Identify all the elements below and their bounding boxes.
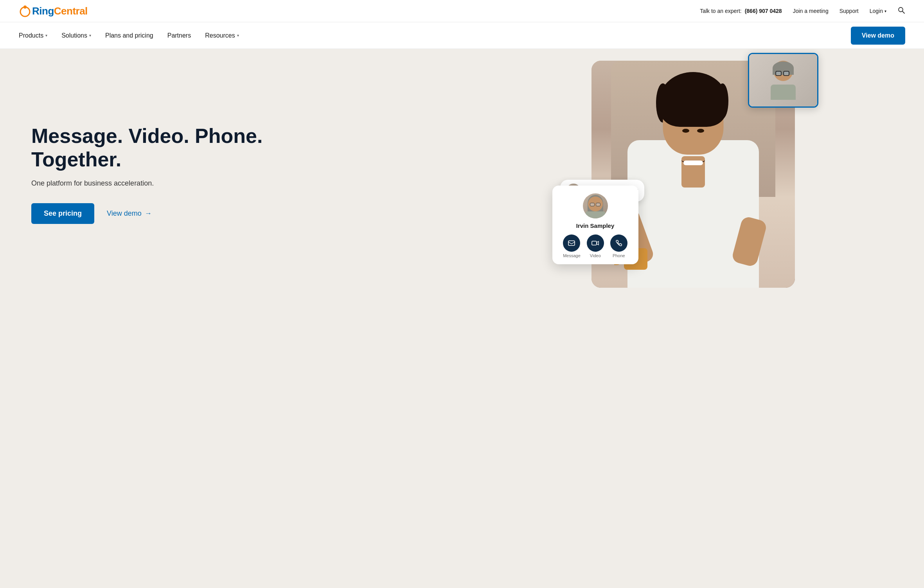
svg-rect-5 bbox=[592, 241, 597, 245]
contact-message-button[interactable] bbox=[563, 234, 580, 252]
logo-central-text: Central bbox=[54, 5, 88, 17]
hero-main-photo: Let's kick this project off Irvin S bbox=[591, 61, 795, 288]
contact-video-button[interactable] bbox=[587, 234, 604, 252]
products-chevron-icon: ▾ bbox=[45, 33, 47, 38]
search-icon[interactable] bbox=[897, 6, 905, 16]
contact-card-avatar bbox=[583, 193, 608, 218]
nav-plans-pricing[interactable]: Plans and pricing bbox=[105, 29, 153, 42]
hero-right: Let's kick this project off Irvin S bbox=[462, 49, 924, 299]
svg-point-1 bbox=[23, 5, 27, 9]
svg-point-2 bbox=[899, 7, 903, 12]
pip-person-figure bbox=[768, 61, 799, 100]
pip-inner bbox=[749, 54, 817, 106]
pip-video-window bbox=[748, 53, 818, 108]
nav-solutions[interactable]: Solutions ▾ bbox=[61, 29, 91, 42]
hero-subtitle: One platform for business acceleration. bbox=[31, 179, 439, 188]
support-link[interactable]: Support bbox=[840, 8, 859, 14]
top-bar: RingCentral Talk to an expert: (866) 907… bbox=[0, 0, 924, 22]
svg-rect-4 bbox=[568, 241, 575, 245]
see-pricing-button[interactable]: See pricing bbox=[31, 203, 94, 224]
logo[interactable]: RingCentral bbox=[19, 5, 88, 17]
nav-bar: Products ▾ Solutions ▾ Plans and pricing… bbox=[0, 22, 924, 49]
contact-message-action: Message bbox=[563, 234, 581, 258]
resources-chevron-icon: ▾ bbox=[237, 33, 239, 38]
hero-section: Message. Video. Phone. Together. One pla… bbox=[0, 49, 924, 299]
chevron-down-icon: ▾ bbox=[884, 9, 886, 13]
nav-view-demo-button[interactable]: View demo bbox=[851, 27, 905, 45]
hero-left: Message. Video. Phone. Together. One pla… bbox=[0, 49, 462, 299]
contact-card-name: Irvin Sampley bbox=[562, 222, 629, 229]
solutions-chevron-icon: ▾ bbox=[89, 33, 91, 38]
contact-card-actions: Message Video bbox=[562, 234, 629, 258]
contact-phone-action: Phone bbox=[610, 234, 627, 258]
top-bar-right: Talk to an expert: (866) 907 0428 Join a… bbox=[700, 6, 905, 16]
nav-resources[interactable]: Resources ▾ bbox=[205, 29, 239, 42]
view-demo-link[interactable]: View demo → bbox=[107, 209, 152, 218]
nav-partners[interactable]: Partners bbox=[167, 29, 191, 42]
contact-video-action: Video bbox=[587, 234, 604, 258]
join-meeting-link[interactable]: Join a meeting bbox=[793, 8, 829, 14]
phone-number[interactable]: (866) 907 0428 bbox=[745, 8, 782, 14]
expert-label: Talk to an expert: (866) 907 0428 bbox=[700, 8, 782, 14]
hero-buttons: See pricing View demo → bbox=[31, 203, 439, 224]
arrow-icon: → bbox=[145, 209, 152, 218]
nav-links: Products ▾ Solutions ▾ Plans and pricing… bbox=[19, 29, 851, 42]
login-button[interactable]: Login ▾ bbox=[870, 8, 886, 14]
phone-label: Phone bbox=[613, 253, 625, 258]
nav-products[interactable]: Products ▾ bbox=[19, 29, 47, 42]
hero-title: Message. Video. Phone. Together. bbox=[31, 124, 439, 171]
contact-phone-button[interactable] bbox=[610, 234, 627, 252]
logo-icon bbox=[19, 5, 31, 17]
video-label: Video bbox=[590, 253, 601, 258]
contact-card: Irvin Sampley Message bbox=[552, 186, 638, 264]
logo-ring-text: Ring bbox=[32, 5, 54, 17]
svg-line-3 bbox=[902, 11, 904, 13]
message-label: Message bbox=[563, 253, 581, 258]
